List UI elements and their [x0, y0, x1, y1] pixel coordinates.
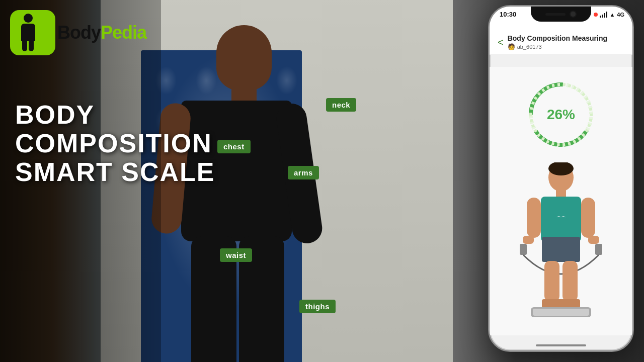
signal-bar-2: [602, 15, 603, 18]
svg-rect-9: [527, 198, 541, 238]
svg-rect-12: [588, 236, 599, 244]
logo-body-text: Body: [57, 22, 101, 43]
user-avatar-icon: 🧑: [508, 43, 515, 50]
status-dot: [594, 13, 598, 17]
logo-leg-left: [22, 41, 27, 51]
phone-header-title: Body Composition Measuring: [508, 34, 624, 42]
figure-svg: ⌒⌒: [516, 162, 606, 318]
phone-back-button[interactable]: <: [498, 37, 504, 48]
svg-rect-18: [559, 299, 580, 308]
svg-rect-11: [523, 236, 534, 244]
phone-home-indicator: [536, 344, 586, 346]
svg-rect-10: [581, 198, 595, 238]
logo-person-body: [21, 24, 35, 41]
label-thighs: thighs: [299, 300, 336, 313]
logo-person-head: [24, 14, 33, 23]
phone-username: ab_60173: [517, 44, 542, 50]
phone-time: 10:30: [500, 11, 516, 18]
signal-bar-3: [604, 13, 605, 18]
signal-bars: [600, 12, 607, 18]
logo-text: BodyPedia: [57, 22, 146, 43]
phone-notch: [531, 7, 591, 22]
label-waist: waist: [220, 248, 252, 262]
progress-percentage: 26%: [547, 107, 575, 123]
svg-text:⌒⌒: ⌒⌒: [556, 216, 566, 221]
phone-status-icons: ▲ 4G: [594, 12, 624, 18]
wifi-icon: ▲: [609, 12, 615, 18]
title-line3: SMART SCALE: [15, 158, 215, 187]
battery-icon: 4G: [617, 12, 624, 18]
svg-rect-20: [533, 309, 589, 316]
logo-pedia-text: Pedia: [101, 22, 146, 43]
logo-container: BodyPedia: [10, 10, 146, 55]
logo-person: [14, 14, 42, 51]
logo-person-legs: [14, 41, 42, 51]
svg-rect-15: [544, 261, 559, 301]
phone-header-subtitle: 🧑 ab_60173: [508, 43, 624, 50]
label-chest: chest: [217, 140, 251, 153]
title-line1: BODY: [15, 101, 215, 129]
body-figure: ⌒⌒: [516, 162, 606, 318]
signal-bar-4: [606, 12, 607, 18]
logo-icon: [10, 10, 55, 55]
phone-speaker: [545, 13, 566, 16]
progress-circle-container: 26%: [523, 77, 599, 152]
phone-app-header: < Body Composition Measuring 🧑 ab_60173: [490, 29, 632, 55]
phone-camera: [570, 11, 577, 18]
svg-rect-14: [595, 244, 602, 255]
title-line2: COMPOSITION: [15, 129, 215, 158]
signal-bar-1: [600, 16, 601, 18]
phone-header-content: Body Composition Measuring 🧑 ab_60173: [508, 34, 624, 50]
svg-rect-16: [562, 261, 578, 301]
main-title: BODY COMPOSITION SMART SCALE: [15, 101, 215, 187]
svg-rect-13: [520, 244, 527, 255]
phone-content: 26%: [490, 67, 632, 335]
logo-leg-right: [29, 41, 34, 51]
label-neck: neck: [326, 98, 356, 112]
phone-mockup: 10:30 ▲ 4G < Body Composition Measuring …: [488, 5, 634, 352]
svg-rect-8: [542, 237, 580, 262]
label-arms: arms: [288, 166, 319, 179]
person-head: [216, 25, 272, 90]
